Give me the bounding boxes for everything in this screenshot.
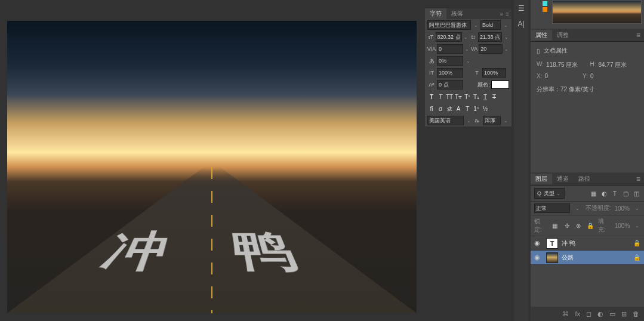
layer-name[interactable]: 冲 鸭 bbox=[562, 239, 575, 248]
superscript-button[interactable]: T¹ bbox=[463, 92, 472, 101]
kerning-input[interactable] bbox=[479, 44, 503, 54]
y-label: Y: bbox=[583, 73, 588, 79]
lang-select[interactable]: 美国英语 bbox=[427, 116, 464, 125]
fraction-button[interactable]: 1ˢ bbox=[472, 104, 480, 113]
tab-properties[interactable]: 属性 bbox=[531, 30, 552, 41]
tab-layers[interactable]: 图层 bbox=[531, 174, 552, 184]
color-label: 颜色: bbox=[477, 81, 490, 89]
chevron-down-icon[interactable]: ⌄ bbox=[502, 23, 509, 28]
subscript-button[interactable]: T₁ bbox=[472, 92, 480, 101]
group-icon[interactable]: ▭ bbox=[609, 310, 615, 318]
swatch-cyan[interactable] bbox=[543, 1, 547, 6]
layer-thumb-text: T bbox=[546, 238, 558, 249]
x-value: 0 bbox=[544, 73, 548, 79]
leading-input[interactable] bbox=[478, 32, 502, 42]
tracking-input[interactable] bbox=[437, 44, 463, 54]
swash-button[interactable]: ﬆ bbox=[445, 104, 454, 113]
half-button[interactable]: ½ bbox=[481, 104, 489, 113]
allcaps-button[interactable]: TT bbox=[445, 92, 454, 101]
layer-name[interactable]: 公路 bbox=[562, 254, 574, 262]
strikethrough-button[interactable]: T bbox=[490, 92, 498, 101]
layer-mask-icon[interactable]: ◻ bbox=[586, 310, 591, 318]
lock-artboard-icon[interactable]: ⊕ bbox=[574, 221, 583, 230]
canvas-area[interactable]: 冲 鸭 bbox=[7, 21, 417, 313]
panel-menu-icon[interactable]: ≡ bbox=[633, 174, 644, 184]
chevron-down-icon[interactable]: ⌄ bbox=[502, 118, 509, 124]
chevron-down-icon[interactable]: ⌄ bbox=[465, 118, 472, 124]
layer-thumb-image bbox=[546, 252, 558, 263]
adjustment-layer-icon[interactable]: ◐ bbox=[597, 310, 603, 318]
character-icon[interactable]: A| bbox=[516, 19, 526, 29]
collapse-icon[interactable]: » bbox=[500, 11, 504, 17]
italic-button[interactable]: T bbox=[436, 92, 445, 101]
panel-menu-icon[interactable]: ≡ bbox=[506, 11, 509, 17]
vert-scale-icon: IT bbox=[427, 69, 436, 77]
ligature-sigma-button[interactable]: σ bbox=[436, 104, 445, 113]
width-value: 118.75 厘米 bbox=[546, 61, 578, 69]
baseline-icon: Aª bbox=[427, 81, 436, 89]
vert-scale-input[interactable] bbox=[437, 68, 463, 78]
visibility-icon[interactable]: ◉ bbox=[534, 239, 543, 247]
font-style-select[interactable]: Bold bbox=[480, 20, 501, 30]
navigator-preview[interactable] bbox=[552, 0, 642, 24]
chevron-down-icon[interactable]: ⌄ bbox=[464, 47, 470, 52]
fill-value[interactable]: 100% bbox=[615, 223, 630, 229]
delete-layer-icon[interactable]: 🗑 bbox=[633, 310, 639, 317]
blend-mode-select[interactable]: 正常 bbox=[534, 203, 570, 213]
swatch-orange[interactable] bbox=[543, 7, 547, 12]
font-family-select[interactable]: 阿里巴巴普惠体 bbox=[427, 20, 471, 30]
document-image: 冲 鸭 bbox=[7, 21, 417, 313]
va-icon: V/A bbox=[427, 45, 436, 53]
chevron-down-icon[interactable]: ⌄ bbox=[463, 35, 469, 40]
antialias-select[interactable]: 浑厚 bbox=[483, 116, 501, 125]
link-layers-icon[interactable]: ⌘ bbox=[562, 310, 569, 318]
tab-adjustments[interactable]: 调整 bbox=[552, 30, 574, 41]
layer-list: ◉ T 冲 鸭 🔒 ◉ 公路 🔒 bbox=[531, 236, 644, 307]
tab-channels[interactable]: 通道 bbox=[552, 174, 574, 184]
bold-button[interactable]: T bbox=[427, 92, 436, 101]
properties-title: 文档属性 bbox=[544, 47, 568, 55]
underline-button[interactable]: T bbox=[481, 92, 489, 101]
titling-button[interactable]: A bbox=[454, 104, 463, 113]
ligature-fi-button[interactable]: fi bbox=[427, 104, 436, 113]
lock-position-icon[interactable]: ✢ bbox=[563, 221, 571, 230]
filter-adjust-icon[interactable]: ◐ bbox=[600, 189, 608, 197]
tab-paths[interactable]: 路径 bbox=[574, 174, 595, 184]
tab-character[interactable]: 字符 bbox=[425, 8, 446, 19]
new-layer-icon[interactable]: ⊞ bbox=[621, 310, 627, 318]
opacity-value[interactable]: 100% bbox=[614, 205, 630, 212]
chevron-down-icon[interactable]: ⌄ bbox=[472, 23, 479, 28]
filter-shape-icon[interactable]: ▢ bbox=[621, 189, 630, 197]
font-size-input[interactable] bbox=[436, 32, 462, 42]
lock-all-icon[interactable]: 🔒 bbox=[586, 221, 594, 230]
layer-item-text[interactable]: ◉ T 冲 鸭 🔒 bbox=[531, 236, 644, 251]
visibility-icon[interactable]: ◉ bbox=[534, 254, 543, 261]
baseline-input[interactable] bbox=[437, 80, 463, 89]
panel-menu-icon[interactable]: ≡ bbox=[633, 30, 644, 41]
smallcaps-button[interactable]: Tᴛ bbox=[454, 92, 463, 101]
horiz-scale-input[interactable] bbox=[482, 68, 506, 78]
chevron-down-icon[interactable]: ⌄ bbox=[464, 58, 472, 64]
resolution-text: 分辨率：72 像素/英寸 bbox=[537, 85, 594, 94]
lock-pixels-icon[interactable]: ▦ bbox=[551, 221, 559, 230]
text-color-swatch[interactable] bbox=[491, 81, 509, 89]
layer-style-icon[interactable]: fx bbox=[575, 310, 580, 317]
filter-pixel-icon[interactable]: ▦ bbox=[589, 189, 597, 197]
layer-item-image[interactable]: ◉ 公路 🔒 bbox=[531, 251, 644, 265]
x-label: X: bbox=[537, 73, 542, 79]
adjustments-icon[interactable]: ☰ bbox=[516, 4, 526, 13]
scale-input[interactable] bbox=[437, 56, 463, 66]
tab-paragraph[interactable]: 段落 bbox=[446, 8, 468, 19]
layer-footer: ⌘ fx ◻ ◐ ▭ ⊞ 🗑 bbox=[531, 307, 644, 321]
horiz-scale-icon: T bbox=[473, 69, 481, 77]
layer-filter-select[interactable]: Q 类型 ⌄ bbox=[534, 188, 565, 199]
lock-icon[interactable]: 🔒 bbox=[633, 254, 640, 261]
chevron-down-icon[interactable]: ⌄ bbox=[504, 47, 509, 52]
filter-smart-icon[interactable]: ◫ bbox=[632, 189, 640, 197]
kerning-icon: VA bbox=[471, 45, 477, 53]
chevron-down-icon[interactable]: ⌄ bbox=[503, 35, 509, 40]
ordinal-button[interactable]: T bbox=[463, 104, 472, 113]
width-label: W: bbox=[537, 61, 544, 69]
lock-icon[interactable]: 🔒 bbox=[633, 240, 640, 246]
filter-type-icon[interactable]: T bbox=[611, 189, 619, 197]
